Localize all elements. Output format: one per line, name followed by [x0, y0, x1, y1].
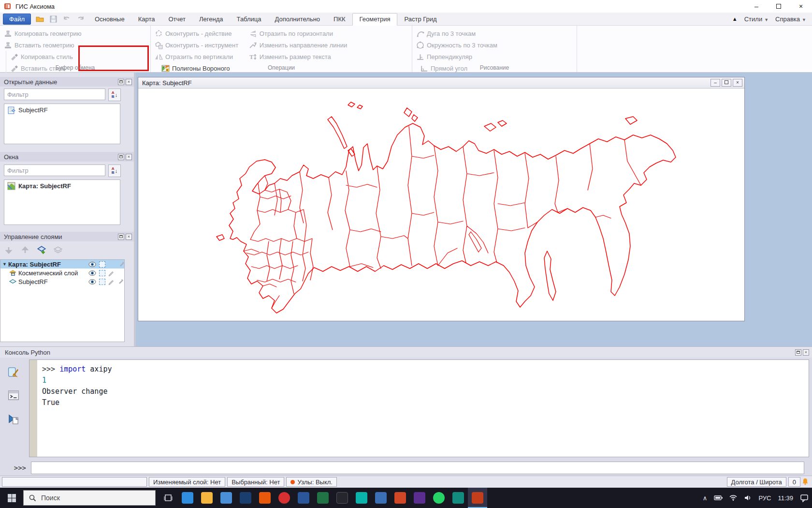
- map-window-title: Карта: SubjectRF: [142, 79, 192, 87]
- map-minimize-button[interactable]: –: [710, 79, 720, 87]
- list-item-subjectrf[interactable]: SubjectRF: [4, 104, 120, 116]
- maximize-button[interactable]: [768, 0, 790, 13]
- minimize-button[interactable]: –: [745, 0, 768, 13]
- taskbar-app[interactable]: [275, 488, 294, 508]
- tab-dopolnitelno[interactable]: Дополнительно: [268, 14, 327, 25]
- help-dropdown[interactable]: Справка▼: [775, 15, 806, 23]
- language-indicator[interactable]: РУС: [755, 488, 774, 508]
- chevron-down-icon: ▼: [802, 17, 806, 22]
- panel-close-button[interactable]: ×: [803, 349, 809, 356]
- list-item-map-window[interactable]: Карта: SubjectRF: [4, 180, 120, 192]
- panel-float-button[interactable]: [118, 79, 124, 85]
- visibility-eye-icon[interactable]: [88, 270, 96, 276]
- panel-float-button[interactable]: [795, 349, 801, 356]
- notification-center-icon[interactable]: [797, 488, 812, 508]
- map-restore-button[interactable]: [722, 79, 731, 87]
- open-file-button[interactable]: [34, 14, 45, 24]
- taskbar-app-whatsapp[interactable]: [429, 488, 449, 508]
- taskbar-app[interactable]: [313, 488, 333, 508]
- circle-3-points-button: Окружность по 3 точкам: [415, 39, 501, 51]
- status-selected[interactable]: Выбранный: Нет: [227, 477, 284, 487]
- edit-pencil-icon[interactable]: [108, 269, 115, 276]
- map-close-button[interactable]: ×: [733, 79, 742, 87]
- taskbar-app-edge[interactable]: [178, 488, 197, 508]
- group-label-drawing: Рисование: [412, 64, 577, 71]
- tray-expand-chevron[interactable]: ∧: [699, 488, 711, 508]
- collapse-ribbon-icon[interactable]: ▲: [732, 16, 738, 22]
- taskbar-app[interactable]: [410, 488, 429, 508]
- taskbar-app[interactable]: [352, 488, 371, 508]
- tab-otchet[interactable]: Отчет: [161, 14, 192, 25]
- file-menu-button[interactable]: Файл: [3, 14, 31, 25]
- map-window-titlebar[interactable]: Карта: SubjectRF – ×: [138, 77, 744, 89]
- ribbon-group-clipboard: Копировать геометрию Вставить геометрию …: [0, 26, 151, 72]
- close-button[interactable]: ×: [790, 0, 812, 13]
- taskbar-search[interactable]: Поиск: [23, 490, 156, 506]
- open-data-filter-input[interactable]: [4, 89, 105, 100]
- tree-row-map[interactable]: ▼ Карта: SubjectRF: [0, 260, 124, 269]
- layer-move-down-button: [3, 244, 14, 256]
- panel-close-button[interactable]: ×: [126, 154, 132, 160]
- selectable-checkbox[interactable]: [99, 270, 105, 276]
- clip-icon[interactable]: [117, 278, 124, 285]
- tree-row-cosmetic-layer[interactable]: Косметический слой: [0, 269, 124, 277]
- selectable-checkbox[interactable]: [99, 279, 105, 285]
- tab-tablica[interactable]: Таблица: [230, 14, 268, 25]
- tab-karta[interactable]: Карта: [131, 14, 162, 25]
- network-wifi-icon[interactable]: [726, 488, 740, 508]
- tab-pkk[interactable]: ПКК: [327, 14, 352, 25]
- taskbar-app[interactable]: [217, 488, 236, 508]
- bell-icon[interactable]: [801, 478, 809, 485]
- float-icon: [119, 80, 123, 83]
- volume-icon[interactable]: [740, 488, 755, 508]
- float-icon: [119, 235, 123, 238]
- visibility-eye-icon[interactable]: [88, 262, 96, 267]
- styles-dropdown[interactable]: Стили▼: [744, 15, 768, 23]
- copy-style-button: Копировать стиль: [9, 51, 77, 62]
- status-editable-layer[interactable]: Изменяемый слой: Нет: [149, 477, 225, 487]
- panel-close-button[interactable]: ×: [126, 79, 132, 85]
- console-input[interactable]: [31, 462, 804, 474]
- app-icon: [375, 492, 387, 504]
- panel-close-button[interactable]: ×: [126, 234, 132, 240]
- selectable-checkbox[interactable]: [99, 261, 105, 268]
- visibility-eye-icon[interactable]: [88, 279, 96, 284]
- run-file-button[interactable]: [5, 412, 22, 427]
- panel-float-button[interactable]: [118, 154, 124, 160]
- panel-float-button[interactable]: [118, 234, 124, 240]
- tab-osnovnye[interactable]: Основные: [88, 14, 131, 25]
- taskbar-app[interactable]: [236, 488, 255, 508]
- python-console-button[interactable]: [5, 388, 22, 403]
- app-icon: [336, 492, 348, 504]
- taskbar-app[interactable]: [294, 488, 313, 508]
- windows-filter-input[interactable]: [4, 164, 105, 176]
- clip-icon[interactable]: [118, 261, 125, 268]
- map-canvas[interactable]: [138, 89, 744, 321]
- tab-rastr-grid[interactable]: Растр Грид: [397, 14, 443, 25]
- tree-row-subjectrf-layer[interactable]: SubjectRF: [0, 277, 124, 286]
- taskbar-app[interactable]: [371, 488, 391, 508]
- sort-button[interactable]: AB↓: [108, 89, 121, 101]
- taskbar-app-explorer[interactable]: [197, 488, 217, 508]
- battery-icon[interactable]: [710, 488, 726, 508]
- clock[interactable]: 11:39: [774, 488, 797, 508]
- cosmetic-layer-icon: [9, 269, 16, 277]
- status-nodes[interactable]: Узлы: Выкл.: [286, 477, 337, 487]
- tab-legenda[interactable]: Легенда: [192, 14, 230, 25]
- clear-console-button[interactable]: [5, 364, 22, 380]
- start-button[interactable]: [0, 488, 23, 508]
- tab-geometriya-active[interactable]: Геометрия: [352, 13, 398, 26]
- sort-button[interactable]: AB↓: [108, 164, 121, 177]
- taskbar-app[interactable]: [255, 488, 275, 508]
- status-coordinates[interactable]: Долгота / Широта: [727, 477, 786, 487]
- task-view-button[interactable]: [159, 488, 178, 508]
- taskbar-app[interactable]: [449, 488, 468, 508]
- taskbar-app[interactable]: [391, 488, 410, 508]
- taskbar-app-axioma-active[interactable]: [468, 488, 487, 508]
- status-notification-count[interactable]: 0: [788, 477, 800, 487]
- tree-expander-icon[interactable]: ▼: [2, 262, 7, 267]
- edit-pencil-icon[interactable]: [108, 278, 115, 285]
- add-layer-button[interactable]: [36, 244, 47, 256]
- console-output[interactable]: >>> import axipy 1 Observer change True: [29, 359, 809, 457]
- taskbar-app[interactable]: [333, 488, 352, 508]
